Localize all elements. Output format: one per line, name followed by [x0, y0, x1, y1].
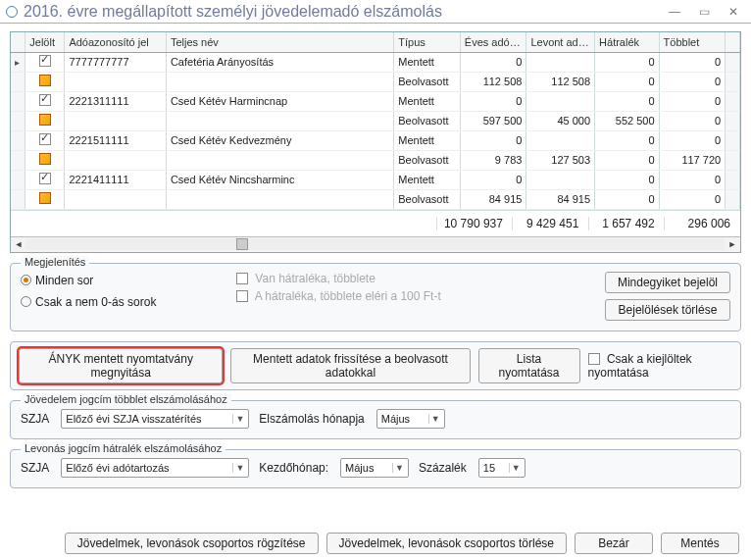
- scroll-right-icon[interactable]: ►: [725, 239, 740, 249]
- row-checkbox-cell[interactable]: [25, 91, 65, 111]
- row-pointer: [11, 170, 25, 189]
- row-end: [726, 72, 740, 91]
- group-record-button[interactable]: Jövedelmek, levonások csoportos rögzítés…: [65, 533, 319, 554]
- row-checkbox-cell[interactable]: [25, 130, 65, 150]
- footer-bar: Jövedelmek, levonások csoportos rögzítés…: [0, 533, 751, 554]
- grid-header-row: Jelölt Adóazonosító jel Teljes név Típus…: [11, 32, 740, 52]
- table-row[interactable]: Beolvasott84 91584 91500: [11, 189, 740, 209]
- col-jelolt[interactable]: Jelölt: [25, 32, 65, 52]
- chevron-down-icon: ▼: [392, 463, 406, 473]
- cell-nev: [166, 72, 393, 91]
- col-hatralek[interactable]: Hátralék: [595, 32, 659, 52]
- table-row[interactable]: 7777777777Cafetéria ArányosításMentett00…: [11, 52, 740, 72]
- radio-nonzero-rows[interactable]: Csak a nem 0-ás sorok: [21, 293, 217, 311]
- start-month-value: Május: [345, 462, 392, 474]
- table-row[interactable]: Beolvasott112 508112 50800: [11, 72, 740, 91]
- window-title: 2016. évre megállapított személyi jövede…: [24, 3, 657, 21]
- row-checkbox-cell[interactable]: [25, 52, 65, 72]
- scroll-left-icon[interactable]: ◄: [11, 239, 26, 249]
- open-anyk-button[interactable]: ÁNYK mentett nyomtatvány megnyitása: [19, 348, 223, 383]
- row-pointer: [11, 91, 25, 111]
- cell-eves: 84 915: [460, 189, 526, 209]
- cell-tipus: Mentett: [394, 170, 461, 189]
- cell-hat: 0: [595, 91, 659, 111]
- start-month-select[interactable]: Május ▼: [340, 458, 409, 478]
- col-tipus[interactable]: Típus: [394, 32, 461, 52]
- cell-ado: 2221311111: [65, 91, 166, 111]
- cell-nev: [166, 111, 393, 130]
- only-selected-label: Csak a kiejlöltek nyomtatása: [588, 352, 692, 380]
- cell-nev: Cafetéria Arányosítás: [166, 52, 393, 72]
- close-button[interactable]: ✕: [722, 4, 745, 20]
- clear-selection-button[interactable]: Bejelölések törlése: [605, 299, 730, 321]
- total-eves: 10 790 937: [436, 217, 509, 230]
- cell-eves: 9 783: [460, 150, 526, 170]
- cell-eves: 112 508: [460, 72, 526, 91]
- checkbox-icon: [236, 290, 248, 302]
- row-end: [726, 130, 740, 150]
- maximize-button[interactable]: ▭: [692, 4, 716, 20]
- col-levont[interactable]: Levont adóe.: [526, 32, 595, 52]
- close-dialog-button[interactable]: Bezár: [575, 533, 653, 554]
- cell-eves: 0: [460, 130, 526, 150]
- cell-lev: 45 000: [526, 111, 595, 130]
- row-checkbox-cell[interactable]: [25, 150, 65, 170]
- cell-tob: 0: [659, 72, 726, 91]
- cell-nev: Csed Kétév Kedvezmény: [166, 130, 393, 150]
- col-adoazon[interactable]: Adóazonosító jel: [65, 32, 166, 52]
- horizontal-scrollbar[interactable]: ◄ ►: [11, 236, 740, 252]
- row-checkbox-cell[interactable]: [25, 170, 65, 189]
- chevron-down-icon: ▼: [232, 414, 246, 424]
- display-panel: Megjelenítés Minden sor Csak a nem 0-ás …: [10, 263, 741, 331]
- scroll-track[interactable]: [26, 238, 725, 250]
- checkbox-icon: [588, 353, 600, 365]
- cell-lev: 127 503: [526, 150, 595, 170]
- only-selected-checkbox[interactable]: Csak a kiejlöltek nyomtatása: [588, 352, 732, 380]
- szja-topup-select[interactable]: Előző évi SZJA visszatérítés ▼: [61, 409, 249, 429]
- col-evesadokot[interactable]: Éves adókot.: [460, 32, 526, 52]
- col-marker[interactable]: [11, 32, 25, 52]
- data-grid[interactable]: Jelölt Adóazonosító jel Teljes név Típus…: [10, 31, 741, 253]
- save-button[interactable]: Mentés: [661, 533, 739, 554]
- table-row[interactable]: 2221411111Csed Kétév NincsharmincMentett…: [11, 170, 740, 189]
- app-icon: [6, 6, 18, 18]
- row-checkbox-cell[interactable]: [25, 111, 65, 130]
- table-row[interactable]: 2221511111Csed Kétév KedvezményMentett00…: [11, 130, 740, 150]
- print-list-button[interactable]: Lista nyomtatása: [478, 348, 580, 383]
- cell-nev: [166, 150, 393, 170]
- row-checkbox-cell[interactable]: [25, 72, 65, 91]
- row-checkbox-cell[interactable]: [25, 189, 65, 209]
- chk-over-100: A hátraléka, többlete eléri a 100 Ft-t: [236, 289, 441, 303]
- szja-deduct-select[interactable]: Előző évi adótartozás ▼: [61, 458, 249, 478]
- grid-totals: 10 790 937 9 429 451 1 657 492 296 006: [11, 210, 740, 236]
- cell-tipus: Mentett: [394, 52, 461, 72]
- total-lev: 9 429 451: [512, 217, 584, 230]
- table-row[interactable]: Beolvasott9 783127 5030117 720: [11, 150, 740, 170]
- settlement-month-select[interactable]: Május ▼: [376, 409, 445, 429]
- col-teljesnev[interactable]: Teljes név: [166, 32, 393, 52]
- checkbox-icon: [39, 192, 51, 204]
- cell-eves: 0: [460, 91, 526, 111]
- chk-has-diff-label: Van hátraléka, többlete: [255, 272, 376, 285]
- cell-nev: Csed Kétév Nincsharminc: [166, 170, 393, 189]
- select-all-button[interactable]: Mindegyiket bejelöl: [605, 272, 730, 293]
- col-tobblet[interactable]: Többlet: [659, 32, 726, 52]
- checkbox-icon: [39, 75, 51, 86]
- cell-lev: 112 508: [526, 72, 595, 91]
- radio-all-rows[interactable]: Minden sor: [21, 272, 217, 289]
- cell-hat: 0: [595, 150, 659, 170]
- percent-select[interactable]: 15 ▼: [478, 458, 526, 478]
- table-row[interactable]: 2221311111Csed Kétév HarmincnapMentett00…: [11, 91, 740, 111]
- cell-tipus: Beolvasott: [394, 111, 461, 130]
- cell-ado: [65, 72, 166, 91]
- radio-icon: [21, 296, 31, 307]
- scroll-thumb[interactable]: [236, 238, 248, 250]
- refresh-saved-button[interactable]: Mentett adatok frissítése a beolvasott a…: [230, 348, 470, 383]
- group-delete-button[interactable]: Jövedelmek, levonások csoportos törlése: [326, 533, 567, 554]
- cell-ado: [65, 189, 166, 209]
- table-row[interactable]: Beolvasott597 50045 000552 5000: [11, 111, 740, 130]
- cell-tob: 0: [659, 170, 726, 189]
- radio-nonzero-label: Csak a nem 0-ás sorok: [35, 295, 156, 309]
- total-hat: 1 657 492: [588, 217, 661, 230]
- minimize-button[interactable]: —: [663, 4, 686, 20]
